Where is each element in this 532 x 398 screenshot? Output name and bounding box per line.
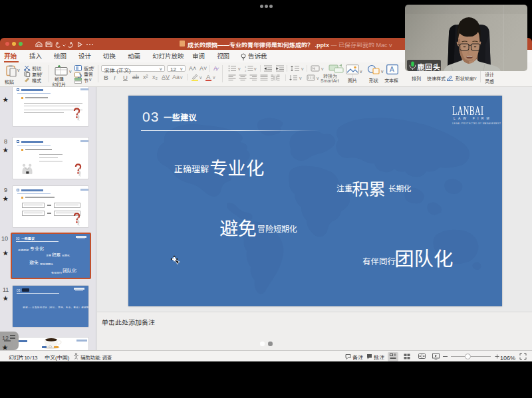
svg-text:2: 2 <box>245 69 247 72</box>
svg-text:1: 1 <box>245 65 247 68</box>
svg-text:A: A <box>390 66 394 73</box>
